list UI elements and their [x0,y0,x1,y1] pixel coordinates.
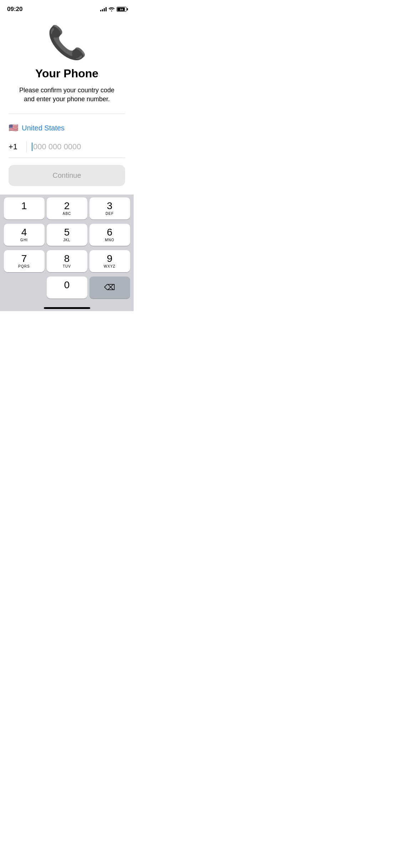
page-subtitle: Please confirm your country codeand ente… [19,86,114,104]
phone-illustration: 📞 [47,26,87,58]
keyboard-row-2: 4 GHI 5 JKL 6 MNO [1,224,132,246]
phone-input-row: +1 000 000 0000 [9,136,125,158]
battery-icon: 84 [117,7,127,12]
continue-button[interactable]: Continue [9,165,125,186]
key-5[interactable]: 5 JKL [47,224,87,246]
top-divider [9,114,125,114]
key-7[interactable]: 7 PQRS [4,250,45,272]
keyboard-row-1: 1 2 ABC 3 DEF [1,197,132,219]
wifi-icon [109,7,114,11]
key-delete[interactable]: ⌫ [89,277,130,299]
delete-icon: ⌫ [104,283,115,292]
key-4[interactable]: 4 GHI [4,224,45,246]
keyboard: 1 2 ABC 3 DEF 4 GHI 5 JKL 6 MNO 7 PQRS [0,195,134,304]
home-bar [44,307,90,309]
key-9[interactable]: 9 WXYZ [89,250,130,272]
key-0[interactable]: 0 [47,277,87,299]
key-8[interactable]: 8 TUV [47,250,87,272]
status-bar: 09:20 84 [0,0,134,16]
key-3[interactable]: 3 DEF [89,197,130,219]
phone-placeholder: 000 000 0000 [33,142,81,151]
home-indicator [0,304,134,311]
keyboard-row-4: 0 ⌫ [1,277,132,299]
key-6[interactable]: 6 MNO [89,224,130,246]
country-flag: 🇺🇸 [9,123,18,133]
main-content: 📞 Your Phone Please confirm your country… [0,16,134,186]
key-2[interactable]: 2 ABC [47,197,87,219]
page-title: Your Phone [35,67,98,80]
signal-icon [100,7,107,11]
cursor [32,143,32,151]
key-1[interactable]: 1 [4,197,45,219]
country-code: +1 [9,142,21,151]
phone-input-area[interactable]: 000 000 0000 [32,142,125,151]
country-selector[interactable]: 🇺🇸 United States [9,120,125,136]
status-icons: 84 [100,7,127,12]
country-name: United States [22,124,65,132]
key-empty [4,277,45,299]
input-divider [26,141,27,153]
keyboard-row-3: 7 PQRS 8 TUV 9 WXYZ [1,250,132,272]
status-time: 09:20 [7,6,22,13]
